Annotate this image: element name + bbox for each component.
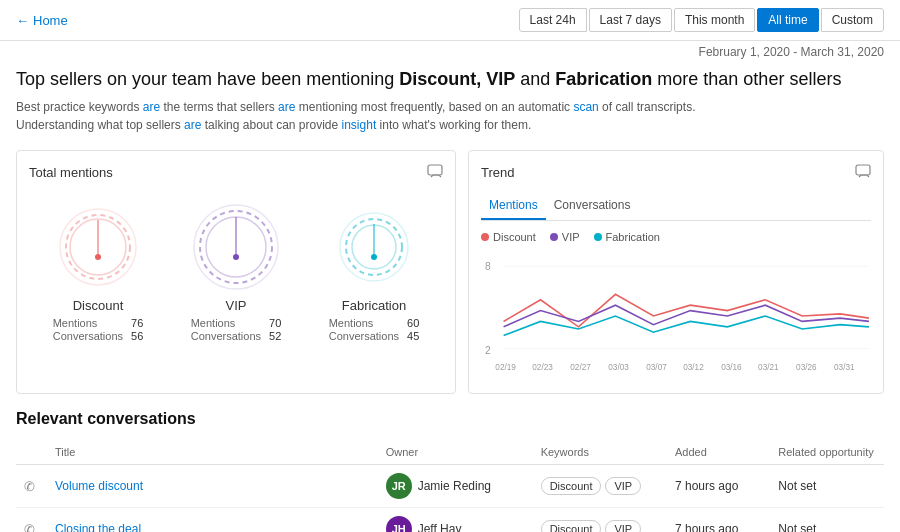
filter-alltime[interactable]: All time [757, 8, 818, 32]
subtitle: Best practice keywords are the terms tha… [16, 98, 884, 134]
trend-label: Trend [481, 165, 514, 180]
svg-point-9 [233, 254, 239, 260]
trend-card: Trend Mentions Conversations Discount VI… [468, 150, 884, 394]
legend-discount: Discount [481, 231, 536, 243]
card-title-trend: Trend [481, 163, 871, 182]
table-row: ✆ Volume discount JR Jamie Reding Discou… [16, 465, 884, 508]
owner-name-1: Jamie Reding [418, 479, 491, 493]
subtitle-line1: Best practice keywords are the terms tha… [16, 98, 884, 116]
svg-text:03/12: 03/12 [683, 362, 704, 372]
row-added-1: 7 hours ago [667, 465, 770, 508]
circle-fabrication: Fabrication Mentions60 Conversations45 [329, 202, 420, 342]
conversations-title: Relevant conversations [16, 410, 884, 428]
owner-name-2: Jeff Hay [418, 522, 462, 532]
main-title: Top sellers on your team have been menti… [16, 67, 884, 92]
fabrication-label: Fabrication [342, 298, 406, 313]
trend-legend: Discount VIP Fabrication [481, 231, 871, 243]
svg-text:03/21: 03/21 [758, 362, 779, 372]
link-scan[interactable]: scan [573, 100, 598, 114]
vip-label: VIP [226, 298, 247, 313]
row-title-1[interactable]: Volume discount [47, 465, 378, 508]
keyword-badge: Discount [541, 477, 602, 495]
col-header-owner: Owner [378, 440, 533, 465]
total-mentions-card: Total mentions Discount Mentions76 C [16, 150, 456, 394]
link-insight[interactable]: insight [342, 118, 377, 132]
row-icon-1: ✆ [16, 465, 47, 508]
svg-rect-0 [428, 165, 442, 175]
filter-custom[interactable]: Custom [821, 8, 884, 32]
legend-label-fabrication: Fabrication [606, 231, 660, 243]
legend-dot-discount [481, 233, 489, 241]
keyword-badge: VIP [605, 477, 641, 495]
legend-vip: VIP [550, 231, 580, 243]
row-icon-2: ✆ [16, 508, 47, 532]
legend-fabrication: Fabrication [594, 231, 660, 243]
breadcrumb: ← Home [16, 13, 68, 28]
link-are3[interactable]: are [184, 118, 201, 132]
cards-row: Total mentions Discount Mentions76 C [0, 150, 900, 394]
tab-mentions[interactable]: Mentions [481, 194, 546, 220]
title-suffix: more than other sellers [652, 69, 841, 89]
avatar-jh: JH [386, 516, 412, 532]
legend-dot-fabrication [594, 233, 602, 241]
phone-icon: ✆ [24, 522, 35, 532]
row-owner-2: JH Jeff Hay [378, 508, 533, 532]
phone-icon: ✆ [24, 479, 35, 494]
svg-point-4 [95, 254, 101, 260]
title-prefix: Top sellers on your team have been menti… [16, 69, 399, 89]
row-title-2[interactable]: Closing the deal [47, 508, 378, 532]
col-header-keywords: Keywords [533, 440, 667, 465]
col-header-title: Title [47, 440, 378, 465]
table-row: ✆ Closing the deal JH Jeff Hay Discount … [16, 508, 884, 532]
row-keywords-1: Discount VIP [533, 465, 667, 508]
row-related-2: Not set [770, 508, 884, 532]
svg-text:2: 2 [485, 344, 491, 356]
circle-vip: VIP Mentions70 Conversations52 [191, 202, 282, 342]
link-are2[interactable]: are [278, 100, 295, 114]
col-header-related: Related opportunity [770, 440, 884, 465]
discount-stats: Mentions76 Conversations56 [53, 317, 144, 342]
subtitle-line2: Understanding what top sellers are talki… [16, 116, 884, 134]
total-mentions-label: Total mentions [29, 165, 113, 180]
row-related-1: Not set [770, 465, 884, 508]
keyword-badge: VIP [605, 520, 641, 532]
svg-text:03/16: 03/16 [721, 362, 742, 372]
time-filter-group: Last 24h Last 7 days This month All time… [519, 8, 884, 32]
row-keywords-2: Discount VIP [533, 508, 667, 532]
conversations-table: Title Owner Keywords Added Related oppor… [16, 440, 884, 532]
svg-rect-16 [856, 165, 870, 175]
svg-text:03/03: 03/03 [608, 362, 629, 372]
svg-text:03/07: 03/07 [646, 362, 667, 372]
svg-text:8: 8 [485, 260, 491, 272]
legend-label-discount: Discount [493, 231, 536, 243]
svg-text:03/31: 03/31 [834, 362, 855, 372]
filter-last7days[interactable]: Last 7 days [589, 8, 672, 32]
row-owner-1: JR Jamie Reding [378, 465, 533, 508]
keyword-fabrication: Fabrication [555, 69, 652, 89]
svg-point-14 [371, 254, 377, 260]
trend-card-icon [855, 163, 871, 182]
avatar-jr: JR [386, 473, 412, 499]
legend-dot-vip [550, 233, 558, 241]
back-arrow-icon: ← [16, 13, 29, 28]
trend-tabs: Mentions Conversations [481, 194, 871, 221]
link-are[interactable]: are [143, 100, 160, 114]
title-and: and [515, 69, 555, 89]
filter-thismonth[interactable]: This month [674, 8, 755, 32]
conversations-section: Relevant conversations Title Owner Keywo… [0, 394, 900, 532]
tab-conversations[interactable]: Conversations [546, 194, 639, 220]
svg-text:02/19: 02/19 [495, 362, 516, 372]
col-header-added: Added [667, 440, 770, 465]
table-header-row: Title Owner Keywords Added Related oppor… [16, 440, 884, 465]
legend-label-vip: VIP [562, 231, 580, 243]
vip-stats: Mentions70 Conversations52 [191, 317, 282, 342]
filter-last24h[interactable]: Last 24h [519, 8, 587, 32]
col-header-icon [16, 440, 47, 465]
circle-discount: Discount Mentions76 Conversations56 [53, 202, 144, 342]
home-link[interactable]: Home [33, 13, 68, 28]
keyword-badge: Discount [541, 520, 602, 532]
title-section: Top sellers on your team have been menti… [0, 63, 900, 142]
mentions-card-icon [427, 163, 443, 182]
circles-row: Discount Mentions76 Conversations56 VIP [29, 194, 443, 350]
card-title-mentions: Total mentions [29, 163, 443, 182]
